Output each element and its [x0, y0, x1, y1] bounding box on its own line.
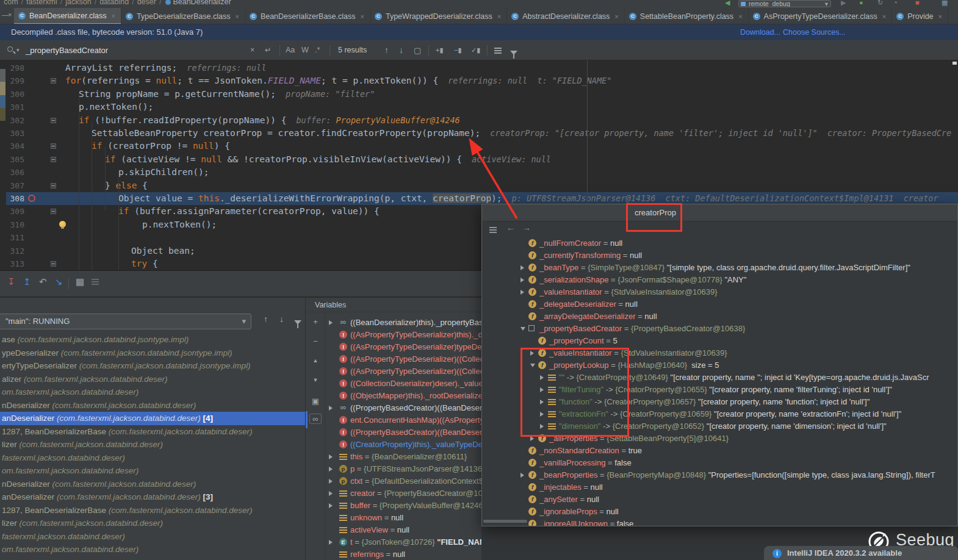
tool-windows-icon[interactable]: ▦	[942, 0, 948, 7]
variable-row-17[interactable]: unknown = null	[326, 512, 481, 524]
popup-hscrollbar-thumb[interactable]	[483, 520, 527, 523]
expand-arrow-icon[interactable]	[329, 479, 333, 484]
variable-row-6[interactable]: !((CollectionDeserializer)deser)._valueT	[326, 378, 481, 390]
open-in-find-window-icon[interactable]: ▢	[414, 40, 421, 60]
choose-sources-link[interactable]: Choose Sources...	[783, 24, 846, 40]
editor-scrollbar-thumb[interactable]	[953, 62, 957, 65]
frame-row-11[interactable]: om.fasterxml.jackson.databind.deser)	[0, 464, 305, 478]
words-toggle[interactable]: W	[301, 40, 309, 60]
breadcrumb-item-class[interactable]: BeanDeserializer	[173, 0, 231, 6]
frame-row-4[interactable]: alizer (com.fasterxml.jackson.databind.d…	[0, 373, 305, 386]
code-text[interactable]: if (!buffer.readIdProperty(propName)) {b…	[63, 114, 460, 127]
breadcrumb-item[interactable]: fasterxml	[26, 0, 57, 6]
collapse-arrow-icon[interactable]: ◀	[725, 0, 730, 7]
code-text[interactable]: p.skipChildren();	[63, 166, 209, 179]
copy-icon[interactable]: ▣	[306, 397, 325, 406]
run-configuration-select[interactable]: remote_debug ▾	[738, 0, 831, 7]
popup-row-6[interactable]: f_delegateDeserializer = null	[482, 298, 958, 311]
code-text[interactable]: p.nextToken();	[63, 101, 153, 113]
tab-6[interactable]: CSettableBeanProperty.class×	[625, 8, 749, 24]
select-all-occurrences-icon[interactable]: ✓▮	[471, 40, 480, 60]
frames-filter-icon[interactable]	[294, 317, 301, 326]
code-text[interactable]: try {	[63, 257, 158, 270]
variable-row-13[interactable]: pp = {UTF8StreamJsonParser@14136}	[326, 463, 481, 475]
fold-marker-icon[interactable]	[51, 78, 56, 84]
popup-row-18[interactable]: f_nonStandardCreation = true	[482, 445, 958, 457]
coverage-button[interactable]: ↻	[877, 0, 883, 7]
variable-row-4[interactable]: !((AsPropertyTypeDeserializer)((Collect	[326, 353, 481, 365]
variable-row-9[interactable]: !ent.ConcurrentHashMap)((AsProperty	[326, 414, 481, 426]
variable-row-7[interactable]: !((ObjectMapper)this)._rootDeserialize	[326, 390, 481, 402]
frame-row-8[interactable]: 1287, BeanDeserializerBase (com.fasterxm…	[0, 425, 305, 439]
breadcrumb[interactable]: com/fasterxml/jackson/databind/deser/Bea…	[4, 0, 231, 6]
close-icon[interactable]: ×	[111, 12, 115, 20]
close-icon[interactable]: ×	[614, 13, 618, 20]
popup-row-5[interactable]: f_valueInstantiator = {StdValueInstantia…	[482, 286, 958, 298]
close-icon[interactable]: ×	[882, 13, 886, 20]
structure-icon[interactable]	[489, 225, 497, 235]
frame-row-10[interactable]: fasterxml.jackson.databind.deser)	[0, 451, 305, 465]
expand-arrow-icon[interactable]	[329, 540, 333, 545]
expand-arrow-icon[interactable]	[329, 491, 333, 496]
search-input[interactable]: _propertyBasedCreator	[26, 40, 108, 60]
expand-arrow-icon[interactable]	[520, 265, 524, 270]
scrollbar-thumb[interactable]	[306, 411, 308, 428]
evaluate-expression-icon[interactable]: ▦	[76, 276, 84, 287]
add-selection-icon[interactable]: +▮	[436, 40, 443, 60]
variable-row-3[interactable]: !((AsPropertyTypeDeserializer)typeDes	[326, 341, 481, 353]
code-text[interactable]: Object bean;	[63, 245, 195, 257]
tab-5[interactable]: CAbstractDeserializer.class×	[507, 8, 625, 24]
fold-marker-icon[interactable]	[51, 118, 56, 123]
popup-row-9[interactable]: f_propertyCount = 5	[482, 335, 958, 347]
previous-occurrence-icon[interactable]: ↑	[384, 40, 389, 60]
frame-row-12[interactable]: nDeserializer (com.fasterxml.jackson.dat…	[0, 478, 305, 491]
expand-arrow-icon[interactable]	[329, 406, 333, 411]
popup-row-3[interactable]: f_beanType = {SimpleType@10847} "[simple…	[482, 262, 958, 274]
frame-row-2[interactable]: ypeDeserializer (com.fasterxml.jackson.d…	[0, 346, 305, 360]
expand-arrow-icon[interactable]	[520, 327, 525, 331]
variable-row-10[interactable]: !((PropertyBasedCreator)((BeanDeseri	[326, 426, 481, 439]
close-icon[interactable]: ×	[738, 13, 742, 20]
filter-lines-icon[interactable]	[494, 47, 502, 56]
step-into-icon[interactable]: ↧	[7, 276, 15, 287]
frames-down-icon[interactable]: ↓	[279, 314, 284, 324]
breadcrumb-item[interactable]: jackson	[65, 0, 91, 6]
frame-row-6[interactable]: nDeserializer (com.fasterxml.jackson.dat…	[0, 399, 305, 412]
frame-row-7[interactable]: anDeserializer (com.fasterxml.jackson.da…	[0, 412, 305, 425]
expand-arrow-icon[interactable]	[329, 503, 333, 508]
next-occurrence-icon[interactable]: ↓	[399, 40, 403, 60]
editor-line-300[interactable]: 300String propName = p.getCurrentName();…	[0, 88, 958, 101]
code-text[interactable]: p.nextToken();	[63, 218, 217, 231]
variable-row-19[interactable]: Et = {JsonToken@10726} "FIELD_NAME"	[326, 536, 481, 548]
frame-row-9[interactable]: lizer (com.fasterxml.jackson.databind.de…	[0, 438, 305, 451]
thread-selector[interactable]: "main": RUNNING ▾	[0, 314, 251, 329]
popup-row-19[interactable]: f_vanillaProcessing = false	[482, 457, 958, 469]
frame-row-16[interactable]: fasterxml.jackson.databind.deser)	[0, 530, 305, 544]
search-history-chevron-icon[interactable]: ▾	[16, 40, 20, 60]
expand-arrow-icon[interactable]	[329, 320, 333, 325]
code-text[interactable]: ArrayList referrings;referrings: null	[63, 62, 266, 74]
variable-row-2[interactable]: !((AsPropertyTypeDeserializer)this)._de	[326, 329, 481, 341]
popup-row-22[interactable]: f_anySetter = null	[482, 494, 958, 506]
variable-row-16[interactable]: buffer = {PropertyValueBuffer@14246	[326, 500, 481, 512]
popup-row-7[interactable]: f_arrayDelegateDeserializer = null	[482, 311, 958, 323]
code-text[interactable]: if (creatorProp != null) {	[63, 140, 230, 153]
tab-1[interactable]: CBeanDeserializer.class×	[14, 8, 121, 24]
editor-line-301[interactable]: 301p.nextToken();	[0, 101, 958, 113]
expand-arrow-icon[interactable]	[520, 473, 524, 478]
close-icon[interactable]: ×	[235, 13, 239, 20]
editor-line-299[interactable]: 299for(referrings = null; t == JsonToken…	[0, 74, 958, 87]
editor-line-298[interactable]: 298ArrayList referrings;referrings: null	[0, 62, 958, 74]
download-link[interactable]: Download...	[740, 24, 780, 40]
newline-icon[interactable]: ↵	[265, 40, 271, 60]
debug-button[interactable]: ●	[859, 0, 863, 6]
expand-arrow-icon[interactable]	[530, 436, 534, 441]
run-button[interactable]: ▶	[841, 0, 846, 7]
variable-row-14[interactable]: pctxt = {DefaultDeserializationContext$	[326, 475, 481, 487]
code-text[interactable]: String propName = p.getCurrentName();pro…	[63, 88, 375, 101]
stop-button[interactable]: ■	[915, 0, 920, 6]
tab-2[interactable]: CTypeDeserializerBase.class×	[121, 8, 245, 24]
popup-row-21[interactable]: f_injectables = null	[482, 481, 958, 494]
tab-close-all-icon[interactable]: ×	[8, 11, 12, 18]
variable-row-18[interactable]: activeView = null	[326, 524, 481, 536]
